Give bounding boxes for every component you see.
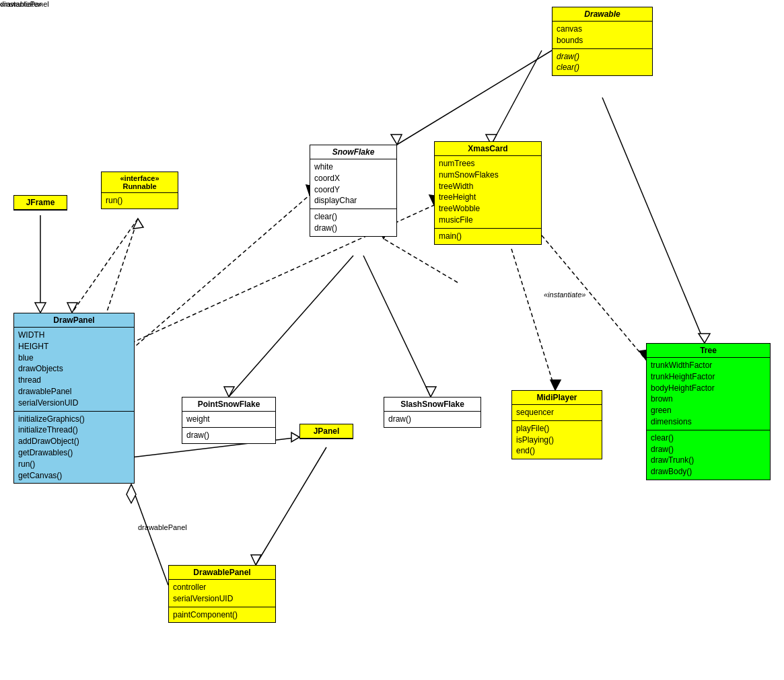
xmascard-fields: numTrees numSnowFlakes treeWidth treeHei…	[435, 156, 541, 229]
midiplayer-fields: sequencer	[512, 405, 602, 421]
slashsnowflake-box: SlashSnowFlake draw()	[384, 397, 481, 428]
xmascard-title: XmasCard	[435, 142, 541, 156]
svg-line-22	[229, 256, 353, 397]
midiplayer-methods: playFile() isPlaying() end()	[512, 421, 602, 459]
jpanel-box: JPanel	[299, 424, 353, 439]
jframe-title: JFrame	[14, 196, 67, 210]
tree-methods: clear() draw() drawTrunk() drawBody()	[647, 430, 770, 480]
svg-line-8	[72, 219, 138, 313]
svg-line-12	[511, 249, 555, 390]
svg-marker-31	[291, 432, 299, 442]
drawpanel-box: DrawPanel WIDTH HEIGHT blue drawObjects …	[13, 313, 135, 484]
drawpanel-methods: initializeGraphics() initializeThread() …	[14, 412, 134, 484]
svg-line-26	[256, 447, 326, 565]
pointsnowflake-title: PointSnowFlake	[182, 398, 275, 412]
snowflake-fields: white coordX coordY displayChar	[310, 159, 396, 209]
snowflake-methods: clear() draw()	[310, 209, 396, 236]
slashsnowflake-title: SlashSnowFlake	[384, 398, 480, 412]
pointsnowflake-methods: draw()	[182, 428, 275, 443]
svg-marker-27	[251, 555, 261, 565]
svg-marker-5	[391, 135, 402, 145]
midiplayer-box: MidiPlayer sequencer playFile() isPlayin…	[511, 390, 602, 459]
svg-line-0	[491, 50, 542, 145]
slashsnowflake-methods: draw()	[384, 412, 480, 427]
svg-marker-3	[699, 334, 710, 343]
diagram-canvas: «instantiate» drawablePanel Drawable can…	[0, 0, 784, 680]
drawpanel-title: DrawPanel	[14, 313, 134, 328]
xmascard-methods: main()	[435, 229, 541, 244]
tree-title: Tree	[647, 344, 770, 358]
drawable-panel-assoc-label: drawablePanel	[138, 523, 187, 531]
instantiate-text: «instantiate»	[544, 291, 585, 299]
runnable-title: «interface»Runnable	[102, 172, 178, 193]
jframe-box: JFrame	[13, 195, 67, 211]
pointsnowflake-fields: weight	[182, 412, 275, 428]
midiplayer-title: MidiPlayer	[512, 391, 602, 405]
tree-fields: trunkWidthFactor trunkHeightFactor bodyH…	[647, 358, 770, 430]
svg-marker-29	[127, 484, 136, 503]
svg-line-14	[384, 239, 458, 282]
svg-marker-25	[426, 387, 436, 397]
tree-box: Tree trunkWidthFactor trunkHeightFactor …	[646, 343, 771, 480]
drawablepanel-box: DrawablePanel controller serialVersionUI…	[168, 565, 276, 623]
drawable-fields: canvas bounds	[553, 22, 652, 49]
drawable-methods: draw() clear()	[553, 49, 652, 76]
drawablepanel-methods: paintComponent()	[169, 607, 275, 623]
drawable-box: Drawable canvas bounds draw() clear()	[552, 7, 653, 76]
drawablepanel-fields: controller serialVersionUID	[169, 580, 275, 607]
svg-line-2	[602, 98, 705, 343]
snowflake-title: SnowFlake	[310, 145, 396, 159]
pointsnowflake-box: PointSnowFlake weight draw()	[182, 397, 276, 444]
xmascard-box: XmasCard numTrees numSnowFlakes treeWidt…	[434, 141, 542, 245]
runnable-methods: run()	[102, 193, 178, 209]
drawable-title: Drawable	[553, 7, 652, 22]
svg-marker-9	[67, 303, 77, 313]
jpanel-title: JPanel	[300, 424, 353, 439]
drawablepanel-title: DrawablePanel	[169, 566, 275, 580]
svg-line-4	[397, 50, 552, 145]
svg-line-16	[131, 195, 310, 350]
svg-marker-23	[224, 387, 234, 397]
drawpanel-fields: WIDTH HEIGHT blue drawObjects thread dra…	[14, 328, 134, 412]
svg-line-28	[131, 484, 168, 585]
svg-marker-13	[550, 380, 561, 390]
drawablepanel-label: drawablePanel	[0, 0, 49, 8]
runnable-box: «interface»Runnable run()	[101, 172, 178, 209]
svg-marker-21	[133, 219, 143, 229]
svg-marker-7	[35, 303, 46, 313]
snowflake-box: SnowFlake white coordX coordY displayCha…	[310, 145, 397, 237]
svg-line-24	[363, 256, 431, 397]
